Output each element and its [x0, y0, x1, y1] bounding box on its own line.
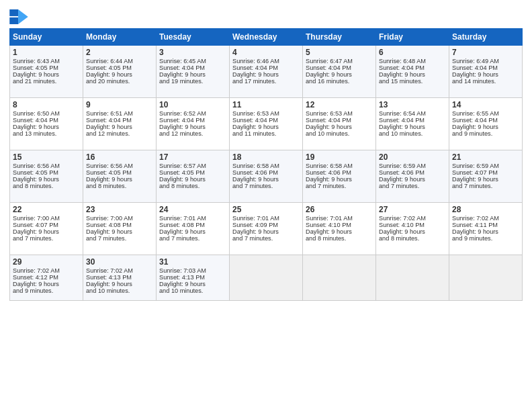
day-number: 16 [86, 152, 153, 162]
cell-line: Sunset: 4:04 PM [306, 64, 373, 71]
day-number: 28 [452, 205, 519, 214]
cell-line: Sunrise: 6:54 AM [379, 110, 446, 117]
cell-line: Daylight: 9 hours [86, 228, 153, 235]
cell-line: Sunrise: 6:52 AM [159, 110, 226, 117]
cell-line: Sunset: 4:09 PM [232, 222, 300, 228]
cell-line: Daylight: 9 hours [159, 71, 226, 78]
day-number: 14 [452, 100, 519, 109]
cell-line: Sunrise: 6:44 AM [86, 58, 153, 64]
cell-line: Daylight: 9 hours [13, 176, 80, 183]
day-number: 29 [13, 257, 80, 267]
cell-line: Sunset: 4:10 PM [306, 222, 373, 228]
cell-line: Sunset: 4:05 PM [86, 64, 153, 71]
cell-line: Sunset: 4:05 PM [86, 169, 153, 176]
cell-line: Daylight: 9 hours [86, 281, 153, 287]
cell-line: Sunrise: 6:53 AM [232, 110, 300, 117]
cell-line: Sunset: 4:08 PM [159, 222, 226, 228]
day-number: 18 [232, 152, 300, 162]
cell-line: Sunrise: 6:55 AM [452, 110, 519, 117]
cell-line: and 8 minutes. [306, 235, 373, 242]
cell-line: and 7 minutes. [232, 183, 300, 189]
cell-line: Daylight: 9 hours [306, 124, 373, 130]
cell-line: Sunrise: 6:46 AM [232, 58, 300, 64]
cell-line: Daylight: 9 hours [86, 176, 153, 183]
cell-line: Sunrise: 6:59 AM [379, 163, 446, 169]
day-number: 25 [232, 205, 300, 214]
day-number: 7 [452, 48, 519, 57]
day-number: 19 [306, 152, 373, 162]
header-day-wednesday: Wednesday [230, 29, 303, 46]
cell-line: Sunset: 4:06 PM [306, 169, 373, 176]
calendar-cell: 18Sunrise: 6:58 AMSunset: 4:06 PMDayligh… [230, 150, 303, 203]
cell-line: Sunrise: 7:02 AM [452, 215, 519, 222]
cell-line: and 20 minutes. [86, 78, 153, 85]
calendar-cell: 25Sunrise: 7:01 AMSunset: 4:09 PMDayligh… [230, 203, 303, 255]
cell-line: Sunrise: 7:03 AM [159, 267, 226, 274]
cell-line: Daylight: 9 hours [232, 71, 300, 78]
cell-line: Daylight: 9 hours [379, 124, 446, 130]
cell-line: Sunrise: 7:02 AM [86, 267, 153, 274]
calendar-cell: 5Sunrise: 6:47 AMSunset: 4:04 PMDaylight… [303, 46, 376, 98]
cell-line: Sunrise: 7:00 AM [86, 215, 153, 222]
cell-line: and 9 minutes. [452, 130, 519, 137]
page-container: SundayMondayTuesdayWednesdayThursdayFrid… [0, 0, 532, 306]
cell-line: Sunrise: 7:01 AM [159, 215, 226, 222]
cell-line: and 9 minutes. [13, 287, 80, 294]
cell-line: Daylight: 9 hours [13, 281, 80, 287]
calendar-cell [230, 255, 303, 301]
cell-line: Daylight: 9 hours [452, 176, 519, 183]
cell-line: Sunset: 4:04 PM [379, 117, 446, 124]
cell-line: Daylight: 9 hours [86, 124, 153, 130]
cell-line: and 19 minutes. [159, 78, 226, 85]
cell-line: Sunrise: 6:45 AM [159, 58, 226, 64]
day-number: 12 [306, 100, 373, 109]
cell-line: Sunrise: 7:02 AM [13, 267, 80, 274]
cell-line: Daylight: 9 hours [159, 176, 226, 183]
calendar-cell: 7Sunrise: 6:49 AMSunset: 4:04 PMDaylight… [449, 46, 523, 98]
day-number: 11 [232, 100, 300, 109]
logo-icon [9, 9, 28, 24]
cell-line: Sunrise: 6:57 AM [159, 163, 226, 169]
cell-line: Daylight: 9 hours [306, 228, 373, 235]
calendar-cell: 21Sunrise: 6:59 AMSunset: 4:07 PMDayligh… [449, 150, 523, 203]
cell-line: Daylight: 9 hours [452, 124, 519, 130]
cell-line: Sunrise: 6:50 AM [13, 110, 80, 117]
day-number: 13 [379, 100, 446, 109]
day-number: 23 [86, 205, 153, 214]
cell-line: Sunrise: 6:58 AM [232, 163, 300, 169]
header-day-monday: Monday [83, 29, 157, 46]
cell-line: and 10 minutes. [379, 130, 446, 137]
cell-line: Sunrise: 6:43 AM [13, 58, 80, 64]
calendar-cell: 31Sunrise: 7:03 AMSunset: 4:13 PMDayligh… [157, 255, 230, 301]
cell-line: Sunrise: 7:00 AM [13, 215, 80, 222]
header-day-friday: Friday [376, 29, 449, 46]
header-day-sunday: Sunday [10, 29, 83, 46]
calendar-cell: 2Sunrise: 6:44 AMSunset: 4:05 PMDaylight… [83, 46, 157, 98]
cell-line: Daylight: 9 hours [13, 124, 80, 130]
cell-line: Sunset: 4:04 PM [306, 117, 373, 124]
calendar-cell: 24Sunrise: 7:01 AMSunset: 4:08 PMDayligh… [157, 203, 230, 255]
cell-line: and 7 minutes. [86, 235, 153, 242]
calendar-cell: 8Sunrise: 6:50 AMSunset: 4:04 PMDaylight… [10, 98, 83, 150]
cell-line: and 13 minutes. [13, 130, 80, 137]
cell-line: and 14 minutes. [452, 78, 519, 85]
cell-line: Sunset: 4:04 PM [379, 64, 446, 71]
calendar-cell: 22Sunrise: 7:00 AMSunset: 4:07 PMDayligh… [10, 203, 83, 255]
cell-line: Sunset: 4:10 PM [379, 222, 446, 228]
day-number: 22 [13, 205, 80, 214]
cell-line: and 7 minutes. [13, 235, 80, 242]
cell-line: Sunset: 4:13 PM [86, 274, 153, 281]
cell-line: Sunset: 4:04 PM [86, 117, 153, 124]
cell-line: Sunset: 4:11 PM [452, 222, 519, 228]
cell-line: Sunrise: 7:01 AM [306, 215, 373, 222]
header [9, 7, 523, 24]
cell-line: Sunset: 4:04 PM [159, 117, 226, 124]
cell-line: and 8 minutes. [86, 183, 153, 189]
day-number: 30 [86, 257, 153, 267]
cell-line: Sunset: 4:04 PM [232, 64, 300, 71]
cell-line: Sunrise: 6:47 AM [306, 58, 373, 64]
cell-line: and 17 minutes. [232, 78, 300, 85]
calendar-cell: 30Sunrise: 7:02 AMSunset: 4:13 PMDayligh… [83, 255, 157, 301]
calendar-table: SundayMondayTuesdayWednesdayThursdayFrid… [9, 28, 523, 301]
cell-line: and 10 minutes. [86, 287, 153, 294]
